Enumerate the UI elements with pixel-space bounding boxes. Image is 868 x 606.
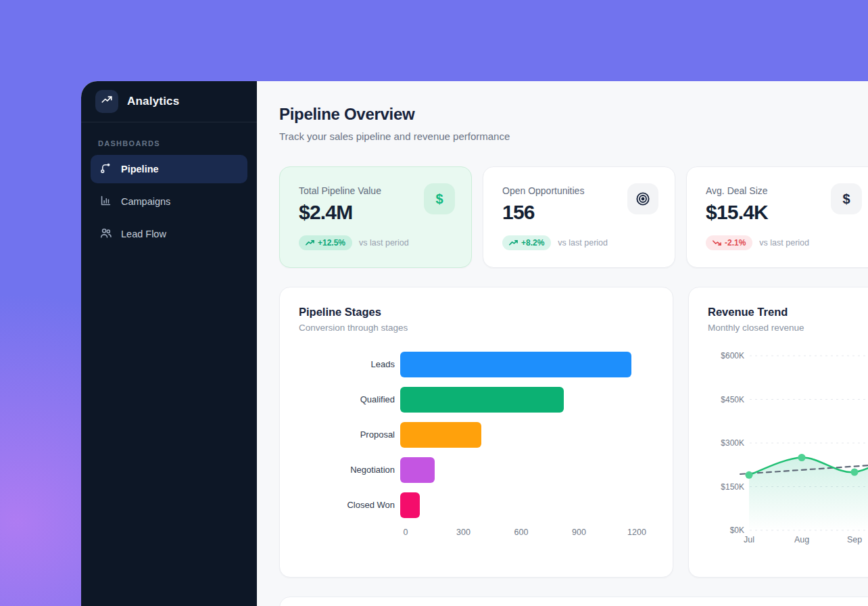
sidebar-section-label: DASHBOARDS xyxy=(98,139,240,147)
data-point xyxy=(851,469,859,476)
sidebar-item-campaigns[interactable]: Campaigns xyxy=(91,187,247,216)
chart-title: Pipeline Stages xyxy=(299,306,654,319)
kpi-card-total-pipeline-value: Total Pipeline Value $2.4M +12.5% vs las… xyxy=(279,166,472,268)
y-tick-label: $0K xyxy=(730,526,744,535)
app-window: Analytics DASHBOARDS Pipeline Campaigns xyxy=(81,81,868,606)
stage-bars: LeadsQualifiedProposalNegotiationClosed … xyxy=(299,352,654,518)
sidebar-item-lead-flow[interactable]: Lead Flow xyxy=(91,220,247,248)
page-title: Pipeline Overview xyxy=(279,105,868,124)
page-subtitle: Track your sales pipeline and revenue pe… xyxy=(279,131,868,142)
trending-up-icon xyxy=(306,239,314,246)
comparison-label: vs last period xyxy=(558,238,608,248)
target-icon xyxy=(627,183,658,214)
comparison-label: vs last period xyxy=(759,238,809,248)
y-tick-label: $300K xyxy=(721,438,744,448)
main-content: Pipeline Overview Track your sales pipel… xyxy=(257,81,868,606)
bar-chart-icon xyxy=(99,194,112,209)
y-tick-label: $150K xyxy=(721,482,744,492)
brand: Analytics xyxy=(81,81,257,122)
y-tick-label: $600K xyxy=(721,351,744,360)
change-badge: +8.2% xyxy=(502,235,551,250)
dollar-icon: $ xyxy=(831,183,862,214)
brand-name: Analytics xyxy=(127,95,179,108)
bar-proposal xyxy=(400,422,481,448)
x-tick-label: Aug xyxy=(794,535,809,544)
bar-label: Qualified xyxy=(299,394,400,405)
y-tick-label: $450K xyxy=(721,395,744,404)
pipeline-stages-card: Pipeline Stages Conversion through stage… xyxy=(279,287,673,578)
x-tick: 0 xyxy=(404,528,408,537)
trending-down-icon xyxy=(713,239,721,246)
comparison-label: vs last period xyxy=(359,238,409,248)
bar-row: Proposal xyxy=(299,422,654,448)
chart-title: Revenue Trend xyxy=(708,306,868,319)
sidebar-item-pipeline[interactable]: Pipeline xyxy=(91,155,247,183)
sidebar: Analytics DASHBOARDS Pipeline Campaigns xyxy=(81,81,257,606)
pipeline-icon xyxy=(99,162,112,177)
bar-label: Negotiation xyxy=(299,465,400,475)
charts-row: Pipeline Stages Conversion through stage… xyxy=(279,287,868,578)
kpi-card-avg-deal-size: Avg. Deal Size $15.4K -2.1% vs last peri… xyxy=(686,166,868,268)
bar-leads xyxy=(400,352,631,377)
bar-label: Closed Won xyxy=(299,500,400,511)
users-icon xyxy=(99,227,112,241)
kpi-card-open-opportunities: Open Opportunities 156 +8.2% vs last per… xyxy=(483,166,675,268)
bar-label: Proposal xyxy=(299,429,400,440)
revenue-trend-card: Revenue Trend Monthly closed revenue $0K… xyxy=(688,287,868,578)
data-point xyxy=(798,454,806,461)
trending-up-icon xyxy=(101,94,113,109)
revenue-line-chart: $0K$150K$300K$450K$600KJulAugSep xyxy=(708,345,868,551)
dollar-icon: $ xyxy=(424,183,455,214)
bar-x-axis: 03006009001200 xyxy=(406,528,637,538)
bar-row: Closed Won xyxy=(299,492,654,518)
bar-closed-won xyxy=(400,492,420,518)
chart-subtitle: Conversion through stages xyxy=(299,323,654,333)
analytics-logo xyxy=(95,90,118,113)
kpi-row: Total Pipeline Value $2.4M +12.5% vs las… xyxy=(279,166,868,268)
x-tick-label: Jul xyxy=(744,535,754,544)
x-tick: 1200 xyxy=(627,528,646,537)
change-badge: -2.1% xyxy=(706,235,752,250)
bar-row: Leads xyxy=(299,352,654,377)
bar-label: Leads xyxy=(299,359,400,370)
bottom-card xyxy=(279,597,868,606)
x-tick-label: Sep xyxy=(847,535,862,544)
sidebar-item-label: Campaigns xyxy=(121,196,170,207)
x-tick: 600 xyxy=(514,528,529,537)
bar-negotiation xyxy=(400,457,435,483)
x-tick: 300 xyxy=(456,528,471,537)
sidebar-item-label: Pipeline xyxy=(121,164,159,174)
change-badge: +12.5% xyxy=(299,235,352,250)
chart-subtitle: Monthly closed revenue xyxy=(708,323,868,333)
sidebar-item-label: Lead Flow xyxy=(121,229,166,239)
trending-up-icon xyxy=(509,239,518,246)
bar-qualified xyxy=(400,387,564,413)
bar-row: Negotiation xyxy=(299,457,654,483)
x-tick: 900 xyxy=(572,528,586,537)
data-point xyxy=(746,471,753,479)
sidebar-nav: Pipeline Campaigns Lead Flow xyxy=(81,153,257,250)
bar-row: Qualified xyxy=(299,387,654,413)
